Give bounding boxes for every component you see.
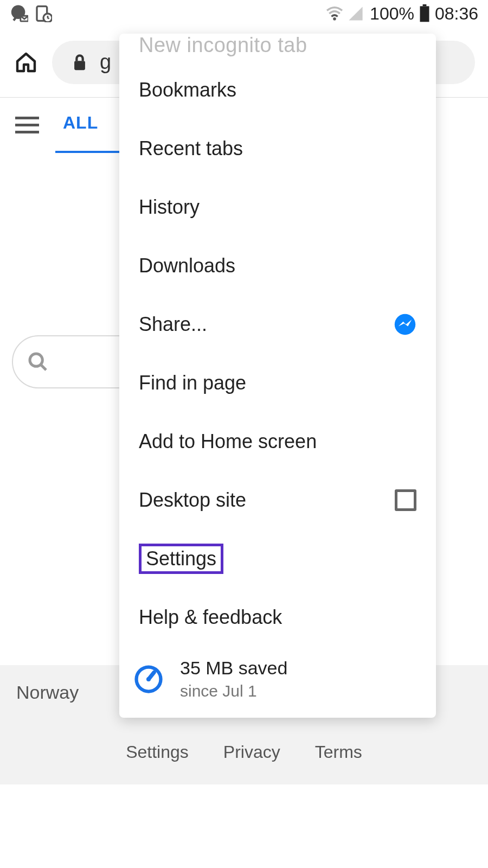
search-icon	[27, 351, 49, 373]
footer-terms[interactable]: Terms	[315, 742, 362, 762]
menu-item-find-in-page[interactable]: Find in page	[119, 354, 436, 412]
data-saver-subtitle: since Jul 1	[180, 682, 287, 700]
footer-privacy[interactable]: Privacy	[223, 742, 280, 762]
menu-item-data-saver[interactable]: 35 MB saved since Jul 1	[119, 647, 436, 711]
tab-underline	[55, 151, 126, 153]
menu-item-history[interactable]: History	[119, 178, 436, 237]
menu-item-new-incognito[interactable]: New incognito tab	[119, 34, 436, 61]
battery-icon	[419, 4, 431, 23]
status-left-icons	[10, 4, 52, 23]
overflow-menu: New incognito tab Bookmarks Recent tabs …	[119, 34, 436, 718]
status-bar: 100% 08:36	[0, 0, 488, 27]
svg-point-8	[30, 354, 42, 366]
wifi-icon	[325, 6, 344, 21]
footer-links: Settings Privacy Terms	[0, 719, 488, 784]
signal-icon	[348, 6, 363, 21]
clock-time: 08:36	[435, 4, 478, 24]
data-saver-title: 35 MB saved	[180, 658, 287, 679]
menu-item-downloads[interactable]: Downloads	[119, 237, 436, 295]
svg-rect-5	[420, 6, 429, 22]
svg-rect-6	[423, 4, 427, 6]
messenger-icon	[394, 313, 416, 336]
svg-point-11	[146, 677, 151, 681]
tab-all[interactable]: ALL	[63, 113, 98, 137]
menu-item-share[interactable]: Share...	[119, 295, 436, 354]
menu-item-bookmarks[interactable]: Bookmarks	[119, 61, 436, 119]
menu-item-add-to-home[interactable]: Add to Home screen	[119, 412, 436, 471]
home-icon[interactable]	[13, 49, 39, 75]
app-timer-icon	[35, 5, 52, 22]
svg-rect-7	[74, 61, 85, 70]
url-text: g	[100, 50, 111, 74]
speedometer-icon	[132, 663, 165, 695]
svg-point-4	[333, 17, 336, 21]
menu-item-help-feedback[interactable]: Help & feedback	[119, 588, 436, 647]
desktop-site-checkbox[interactable]	[395, 489, 416, 511]
menu-item-desktop-site[interactable]: Desktop site	[119, 471, 436, 529]
region-label: Norway	[16, 682, 79, 703]
menu-item-recent-tabs[interactable]: Recent tabs	[119, 119, 436, 178]
hamburger-icon[interactable]	[15, 117, 39, 133]
battery-percent: 100%	[370, 4, 414, 24]
lock-icon	[72, 53, 88, 72]
messenger-notification-icon	[10, 4, 28, 23]
settings-highlight: Settings	[139, 544, 223, 574]
status-right: 100% 08:36	[325, 4, 478, 24]
footer-settings[interactable]: Settings	[126, 742, 189, 762]
svg-point-9	[395, 314, 416, 335]
menu-item-settings[interactable]: Settings	[119, 529, 436, 588]
